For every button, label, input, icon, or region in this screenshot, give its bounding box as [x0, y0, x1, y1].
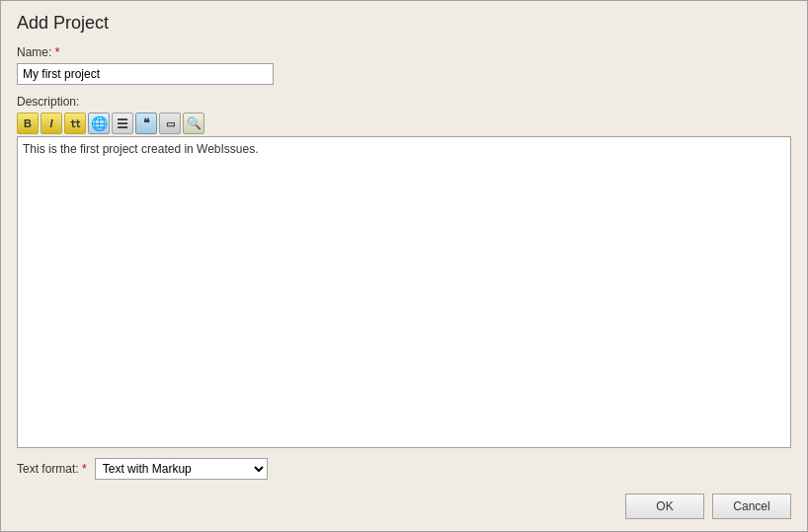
code-button[interactable]: ▭	[159, 113, 181, 134]
description-textarea[interactable]: This is the first project created in Web…	[17, 136, 791, 448]
cancel-button[interactable]: Cancel	[712, 494, 791, 519]
format-label: Text format: *	[17, 462, 87, 476]
dialog-title: Add Project	[17, 13, 791, 34]
format-select[interactable]: Text with Markup Plain Text	[95, 458, 268, 480]
add-project-dialog: Add Project Name: * Description: B I tt …	[0, 0, 808, 532]
quote-button[interactable]: ❝	[135, 113, 157, 134]
format-row: Text format: * Text with Markup Plain Te…	[17, 458, 791, 480]
name-input[interactable]	[17, 63, 274, 85]
name-label: Name: *	[17, 45, 791, 59]
search-button[interactable]: 🔍	[183, 113, 204, 134]
description-label: Description:	[17, 95, 791, 109]
name-required-indicator: *	[55, 45, 60, 59]
italic-button[interactable]: I	[40, 113, 62, 134]
bold-button[interactable]: B	[17, 113, 39, 134]
list-button[interactable]: ☰	[112, 113, 133, 134]
ok-button[interactable]: OK	[625, 494, 704, 519]
button-row: OK Cancel	[17, 494, 791, 519]
description-textarea-wrapper: This is the first project created in Web…	[17, 136, 791, 448]
globe-button[interactable]: 🌐	[88, 113, 110, 134]
tt-button[interactable]: tt	[64, 113, 86, 134]
description-toolbar: B I tt 🌐 ☰ ❝ ▭ 🔍	[17, 113, 791, 134]
format-required-indicator: *	[82, 462, 87, 476]
